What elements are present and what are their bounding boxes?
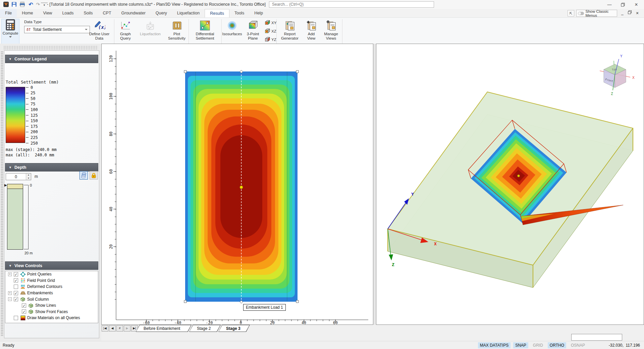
checkbox[interactable]: ✓ (14, 297, 18, 301)
manage-views-button[interactable]: Manage Views (321, 19, 341, 41)
lock-depth-button[interactable] (90, 171, 98, 180)
tab-help[interactable]: Help (249, 9, 268, 17)
define-user-data-icon: (x) (93, 19, 105, 32)
tree-item-deformed-contours[interactable]: Deformed Contours (5, 284, 98, 290)
mdi-minimize-button[interactable]: _ (621, 10, 624, 15)
tree-item-show-front-faces[interactable]: ✓ Show Front Faces (5, 309, 98, 315)
soil-column-icon (20, 297, 26, 302)
stage-tab-before-embankment[interactable]: Before Embankment (136, 325, 192, 332)
print-icon[interactable] (19, 1, 25, 8)
plane-yz-button[interactable]: YZ (264, 37, 276, 42)
axis-z-label: Z (392, 262, 394, 267)
compute-dropdown-caret[interactable] (9, 36, 12, 38)
search-input[interactable]: Search... (Ctrl+Q) (269, 1, 434, 8)
plan-view-canvas[interactable]: 120 100 80 60 40 20 -60 -40 -20 0 20 40 … (101, 44, 373, 325)
collapse-triangle-icon: ▼ (9, 264, 12, 267)
toggle-ortho[interactable]: ORTHO (548, 342, 566, 348)
first-stage-button[interactable]: |◀ (102, 325, 108, 332)
toggle-max-datatips[interactable]: MAX DATATIPS (478, 342, 511, 348)
plane-xy-button[interactable]: XY (264, 20, 276, 26)
pane-splitter[interactable] (373, 44, 376, 325)
tab-query[interactable]: Query (151, 9, 172, 17)
redo-icon[interactable]: ↷ (35, 1, 41, 8)
embankment-load-label[interactable]: Embankment Load 1 (243, 304, 286, 311)
tab-cpt[interactable]: CPT (98, 9, 116, 17)
tab-results[interactable]: Results (205, 9, 229, 17)
window-minimize-button[interactable]: — (604, 0, 615, 9)
three-point-plane-button[interactable]: 3-Point Plane (243, 19, 263, 41)
depth-spinner-buttons[interactable]: ▲▼ (26, 173, 31, 180)
previous-stage-button[interactable]: ◀ (109, 325, 116, 332)
add-view-button[interactable]: Add View (303, 19, 319, 41)
tab-view[interactable]: View (38, 9, 57, 17)
checkbox[interactable]: ✓ (14, 278, 18, 283)
panel-grip-horizontal[interactable] (3, 46, 98, 49)
tab-liquefaction[interactable]: Liquefaction (172, 9, 205, 17)
tab-loads[interactable]: Loads (57, 9, 78, 17)
toggle-osnap[interactable]: OSNAP (569, 342, 587, 348)
checkbox[interactable] (14, 285, 18, 289)
tab-tools[interactable]: Tools (229, 9, 249, 17)
checkbox[interactable]: ✓ (22, 309, 26, 314)
tab-file[interactable]: File (0, 9, 17, 17)
tree-item-show-lines[interactable]: ✓ Show Lines (5, 302, 98, 309)
query-point-3d[interactable] (518, 175, 520, 177)
compute-button[interactable]: Compute (1, 19, 19, 45)
legend-tick-label: 150 (31, 118, 38, 123)
tab-home[interactable]: Home (17, 9, 38, 17)
toggle-snap[interactable]: SNAP (513, 342, 528, 348)
quick-access-caret-icon[interactable]: ▾ (41, 3, 48, 7)
x-axis-tick: -40 (174, 320, 181, 325)
mdi-close-button[interactable]: × (636, 10, 639, 16)
depth-input[interactable]: 0 ▲▼ (6, 173, 31, 180)
isosurfaces-button[interactable]: Isosurfaces (222, 19, 242, 36)
stage-tab-stage2[interactable]: Stage 2 (189, 325, 221, 332)
panel-grip-vertical[interactable] (1, 51, 4, 336)
expand-toggle[interactable]: − (8, 297, 12, 301)
legend-tick-label: 250 (31, 141, 38, 146)
checkbox[interactable]: ✓ (14, 272, 18, 277)
axis-y-label: Y (411, 192, 414, 197)
checkbox[interactable]: ✓ (22, 303, 26, 308)
mdi-restore-button[interactable] (628, 10, 632, 15)
next-stage-button[interactable]: ▶ (124, 325, 130, 332)
graph-query-button[interactable]: Graph Query (115, 19, 136, 41)
tree-item-field-point-grid[interactable]: ✓ Field Point Grid (5, 278, 98, 284)
stage-tab-stage3[interactable]: Stage 3 (218, 325, 250, 332)
define-user-data-button[interactable]: (x) Define User Data (87, 19, 112, 41)
show-classic-menus-toggle[interactable]: Show Classic Menus (576, 10, 617, 17)
ribbon-pin-icon[interactable]: ⇱ (568, 10, 574, 16)
show-all-layers-button[interactable] (79, 171, 88, 180)
stage-number-button[interactable]: # (116, 325, 123, 332)
depth-header[interactable]: ▼ Depth (5, 163, 98, 171)
tree-item-point-queries[interactable]: + ✓ Point Queries (5, 271, 98, 278)
checkbox[interactable] (14, 316, 18, 320)
tree-item-soil-column[interactable]: − ✓ Soil Column (5, 296, 98, 302)
soil-column-icon (28, 309, 34, 314)
view-controls-header[interactable]: ▼ View Controls (5, 261, 98, 270)
window-close-button[interactable]: × (631, 0, 642, 9)
contour-legend-header[interactable]: ▼ Contour Legend (5, 55, 98, 63)
view-3d-canvas[interactable]: Y X Z Top Front Y X Z (376, 44, 644, 325)
save-icon[interactable] (11, 1, 17, 8)
tab-groundwater[interactable]: Groundwater (116, 9, 151, 17)
data-type-select[interactable]: δT Total Settlement (24, 26, 90, 33)
window-restore-button[interactable] (617, 0, 629, 9)
legend-tick-label: 225 (31, 135, 38, 140)
plane-xz-button[interactable]: XZ (264, 28, 276, 34)
tree-item-draw-materials[interactable]: Draw Materials on all Queries (5, 315, 98, 321)
query-point[interactable] (240, 186, 243, 189)
expand-toggle[interactable]: + (8, 272, 12, 276)
checkbox[interactable]: ✓ (14, 291, 18, 295)
plot-sensitivity-button[interactable]: Plot Sensitivity (164, 19, 189, 41)
tree-item-embankments[interactable]: + ✓ Embankments (5, 290, 98, 296)
depth-marker-icon[interactable]: ▶ (4, 183, 7, 187)
differential-settlement-button[interactable]: Differential Settlement (190, 19, 220, 41)
tab-soils[interactable]: Soils (78, 9, 98, 17)
legend-max-stage: max (stage): 240.0 mm (6, 147, 57, 152)
report-generator-button[interactable]: Report Generator (278, 19, 302, 41)
toggle-grid[interactable]: GRID (531, 342, 545, 348)
undo-icon[interactable]: ↶ (28, 1, 34, 8)
orientation-cube[interactable]: Top Front Y X Z (600, 54, 635, 96)
expand-toggle[interactable]: + (8, 291, 12, 295)
